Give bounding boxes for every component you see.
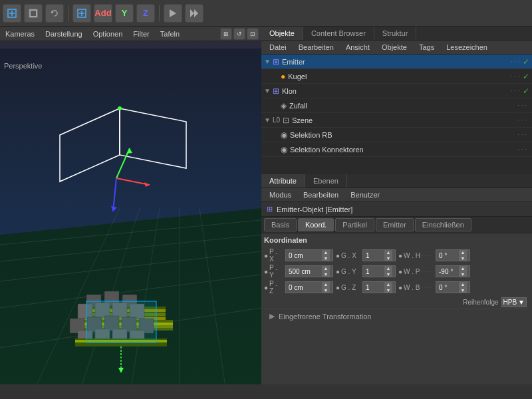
object-row-selektion-rb[interactable]: ▶ ◉ Selektion RB · · · — [261, 128, 532, 142]
wb-up[interactable]: ▲ — [459, 281, 467, 287]
tab-content-browser[interactable]: Content Browser — [303, 27, 374, 40]
gz-up[interactable]: ▲ — [384, 281, 392, 287]
gy-input[interactable]: 1 ▲▼ — [362, 265, 396, 277]
zufall-dots: · · · — [517, 102, 527, 109]
wh-input[interactable]: 0 ° ▲▼ — [436, 249, 470, 261]
gx-label: ● G . X — [336, 252, 360, 259]
object-button[interactable] — [24, 4, 43, 23]
wb-down[interactable]: ▼ — [459, 287, 467, 293]
bearbeiten-menu[interactable]: Bearbeiten — [293, 42, 339, 53]
svg-point-27 — [118, 106, 122, 110]
klon-check: ✓ — [523, 86, 529, 96]
px-input[interactable]: 0 cm ▲▼ — [285, 249, 333, 261]
klon-icon: ⊞ — [273, 86, 279, 96]
gz-down[interactable]: ▼ — [384, 287, 392, 293]
separator — [68, 5, 68, 21]
object-row-selektion-k[interactable]: ▶ ◉ Selektion Konnektoren · · · — [261, 142, 532, 157]
szene-icon: ⊡ — [283, 116, 289, 125]
frozen-transform[interactable]: ▶ Eingefrorene Transformation — [264, 309, 529, 323]
reihenfolge-select[interactable]: HPB ▼ — [501, 297, 527, 307]
py-up[interactable]: ▲ — [322, 265, 330, 271]
filter-menu[interactable]: Filter — [128, 29, 154, 39]
wh-up[interactable]: ▲ — [459, 249, 467, 255]
modus-menu[interactable]: Modus — [264, 190, 297, 200]
object-row-zufall[interactable]: ▶ ◈ Zufall · · · — [261, 98, 532, 113]
py-input[interactable]: 500 cm ▲▼ — [285, 265, 333, 277]
kugel-name: Kugel — [288, 72, 511, 80]
datei-menu[interactable]: Datei — [264, 42, 292, 53]
prop-tab-partikel[interactable]: Partikel — [335, 218, 374, 231]
obj-menubar: Datei Bearbeiten Ansicht Objekte Tags Le… — [261, 41, 532, 55]
optionen-menu[interactable]: Optionen — [88, 29, 128, 39]
szene-level: L0 — [273, 116, 280, 124]
emitter-name: Emitter — [282, 58, 511, 66]
reihenfolge-chevron: ▼ — [518, 299, 525, 306]
prop-tab-koord[interactable]: Koord. — [298, 218, 334, 231]
px-up[interactable]: ▲ — [322, 249, 330, 255]
tags-menu[interactable]: Tags — [414, 42, 440, 53]
gy-down[interactable]: ▼ — [384, 271, 392, 277]
svg-marker-9 — [170, 9, 176, 17]
viewport-icon3[interactable]: ⊡ — [247, 28, 259, 40]
gy-label: ● G . Y — [336, 268, 360, 275]
pz-input[interactable]: 0 cm ▲▼ — [285, 281, 333, 293]
wh-label: ● W . H · · · · — [398, 252, 433, 259]
undo-button[interactable] — [45, 4, 64, 23]
y-axis-button[interactable]: Y — [115, 4, 134, 23]
tab-objekte[interactable]: Objekte — [261, 27, 303, 40]
pz-up[interactable]: ▲ — [322, 281, 330, 287]
coord-row-3: ● P . Z 0 cm ▲▼ ● G . Z 1 ▲▼ — [264, 280, 529, 295]
object-row-emitter[interactable]: ▼ ⊞ Emitter · · · ✓ — [261, 55, 532, 69]
gx-down[interactable]: ▼ — [384, 255, 392, 261]
object-row-kugel[interactable]: ▶ ● Kugel · · · ✓ — [261, 69, 532, 84]
emitter-dots: · · · — [511, 58, 520, 65]
coord-header: Koordinaten — [264, 236, 529, 244]
objekte-menu[interactable]: Objekte — [376, 42, 412, 53]
wh-down[interactable]: ▼ — [459, 255, 467, 261]
gy-up[interactable]: ▲ — [384, 265, 392, 271]
viewport-icon1[interactable]: ⊞ — [220, 28, 232, 40]
prop-tab-basis[interactable]: Basis — [264, 218, 297, 231]
ansicht-menu[interactable]: Ansicht — [340, 42, 375, 53]
sk-dots: · · · — [517, 146, 527, 153]
tab-struktur[interactable]: Struktur — [374, 27, 417, 40]
reihenfolge-row: Reihenfolge HPB ▼ — [264, 296, 529, 309]
object-row-szene[interactable]: ▼ L0 ⊡ Szene · · · — [261, 113, 532, 128]
pz-down[interactable]: ▼ — [322, 287, 330, 293]
coord-row-1: ● P . X 0 cm ▲▼ ● G . X 1 ▲▼ — [264, 248, 529, 263]
kameras-menu[interactable]: Kameras — [0, 29, 40, 39]
gx-up[interactable]: ▲ — [384, 249, 392, 255]
bearbeiten-attr-menu[interactable]: Bearbeiten — [298, 190, 344, 200]
z-axis-button[interactable]: Z — [136, 4, 155, 23]
viewport-icon2[interactable]: ↺ — [233, 28, 245, 40]
gx-input[interactable]: 1 ▲▼ — [362, 249, 396, 261]
tafeln-menu[interactable]: Tafeln — [155, 29, 185, 39]
wp-down[interactable]: ▼ — [459, 271, 467, 277]
render-button[interactable] — [164, 4, 182, 23]
viewport-3d[interactable]: Perspektive — [0, 41, 261, 384]
lesezeichen-menu[interactable]: Lesezeichen — [441, 42, 493, 53]
prop-tab-einschliessen[interactable]: Einschließen — [415, 218, 471, 231]
object-row-klon[interactable]: ▼ ⊞ Klon · · · ✓ — [261, 84, 532, 98]
coord-row-2: ● P . Y 500 cm ▲▼ ● G . Y 1 ▲▼ — [264, 264, 529, 279]
x-axis-button[interactable]: Add — [94, 4, 112, 23]
wp-up[interactable]: ▲ — [459, 265, 467, 271]
prop-tabs: Basis Koord. Partikel Emitter Einschließ… — [261, 217, 532, 233]
gz-input[interactable]: 1 ▲▼ — [362, 281, 396, 293]
prop-tab-emitter[interactable]: Emitter — [376, 218, 414, 231]
new-button[interactable] — [3, 4, 21, 23]
attr-title-icon: ⊞ — [267, 205, 273, 213]
attr-tab-ebenen[interactable]: Ebenen — [305, 174, 347, 188]
benutzer-menu[interactable]: Benutzer — [345, 190, 385, 200]
py-down[interactable]: ▼ — [322, 271, 330, 277]
render-all-button[interactable] — [185, 4, 203, 23]
wb-label: ● W . B · · · · — [398, 284, 433, 291]
wp-input[interactable]: -90 ° ▲▼ — [436, 265, 470, 277]
zufall-name: Zufall — [289, 102, 517, 110]
add-button[interactable] — [72, 4, 91, 23]
attr-tab-attribute[interactable]: Attribute — [261, 174, 305, 188]
darstellung-menu[interactable]: Darstellung — [40, 29, 88, 39]
wb-input[interactable]: 0 ° ▲▼ — [436, 281, 470, 293]
pz-label: ● P . Z — [264, 280, 283, 295]
px-down[interactable]: ▼ — [322, 255, 330, 261]
